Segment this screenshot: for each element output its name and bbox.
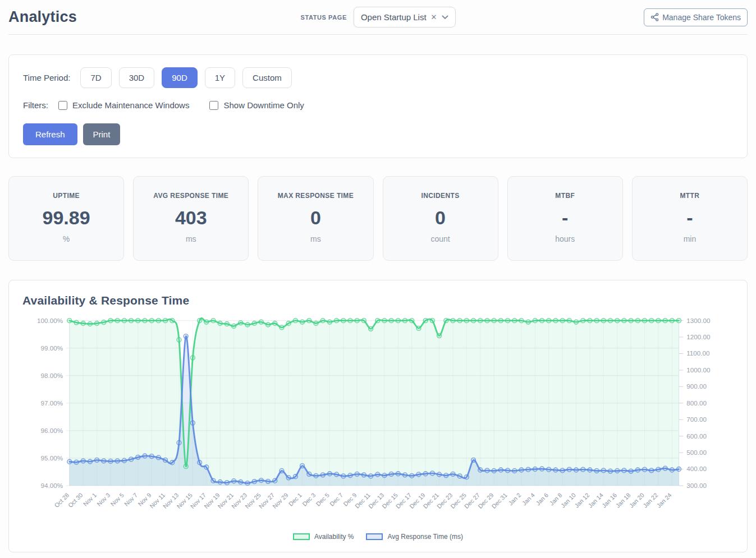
x-axis-tick-label: Nov 1	[82, 491, 98, 507]
period-button-custom[interactable]: Custom	[242, 67, 292, 88]
stat-label: MAX RESPONSE TIME	[260, 192, 370, 200]
stat-label: INCIDENTS	[386, 192, 496, 200]
show-downtime-checkbox-group: Show Downtime Only	[209, 100, 304, 110]
stat-label: AVG RESPONSE TIME	[136, 192, 246, 200]
chart-card: Availability & Response Time 100.00%99.0…	[8, 280, 748, 552]
x-axis-tick-label: Jan 18	[614, 491, 631, 509]
header: Analytics STATUS PAGE Open Startup List …	[8, 0, 748, 35]
stat-label: UPTIME	[11, 192, 121, 200]
stat-card-avg-response: AVG RESPONSE TIME 403 ms	[133, 176, 249, 261]
print-button[interactable]: Print	[83, 123, 121, 145]
header-actions: Manage Share Tokens	[644, 8, 748, 26]
right-axis-tick-label: 1200.00	[686, 333, 711, 340]
right-axis-tick-label: 1300.00	[686, 317, 711, 324]
actions-row: Refresh Print	[23, 123, 733, 145]
right-axis-tick-label: 1100.00	[686, 349, 710, 357]
exclude-maintenance-label[interactable]: Exclude Maintenance Windows	[72, 100, 189, 110]
left-axis-tick-label: 97.00%	[40, 399, 63, 407]
stat-label: MTTR	[635, 192, 745, 200]
right-axis-tick-label: 800.00	[686, 399, 707, 407]
right-axis-tick-label: 700.00	[686, 416, 707, 423]
legend-label: Availability %	[314, 533, 354, 541]
clear-selection-icon[interactable]: ✕	[430, 13, 438, 21]
stat-card-mttr: MTTR - min	[632, 176, 748, 261]
status-page-label: STATUS PAGE	[300, 14, 346, 21]
x-axis-tick-label: Oct 30	[67, 491, 84, 509]
left-axis-tick-label: 96.00%	[40, 427, 63, 434]
x-axis-tick-label: Jan 20	[628, 491, 645, 509]
x-axis-tick-label: Nov 29	[271, 491, 290, 510]
manage-share-tokens-button[interactable]: Manage Share Tokens	[644, 8, 748, 26]
stat-value: -	[510, 207, 620, 229]
stats-row: UPTIME 99.89 % AVG RESPONSE TIME 403 ms …	[8, 176, 748, 261]
left-axis-tick-label: 99.00%	[40, 344, 63, 352]
share-icon	[650, 13, 659, 21]
stat-value: 0	[386, 207, 496, 229]
status-page-selector-group: STATUS PAGE Open Startup List ✕	[300, 7, 455, 27]
left-axis-tick-label: 98.00%	[40, 372, 63, 379]
stat-card-mtbf: MTBF - hours	[507, 176, 623, 261]
x-axis-tick-label: Jan 12	[573, 491, 590, 509]
x-axis-tick-label: Jan 10	[560, 491, 577, 509]
left-axis-tick-label: 100.00%	[37, 317, 63, 324]
x-axis-tick-label: Oct 28	[53, 491, 70, 509]
chart-title: Availability & Response Time	[22, 294, 734, 307]
stat-card-max-response: MAX RESPONSE TIME 0 ms	[258, 176, 373, 261]
time-period-row: Time Period: 7D 30D 90D 1Y Custom	[23, 67, 733, 88]
availability-response-chart: 100.00%99.00%98.00%97.00%96.00%95.00%94.…	[22, 313, 734, 532]
manage-share-tokens-label: Manage Share Tokens	[662, 13, 741, 22]
stat-value: 0	[260, 207, 370, 229]
status-page-selected-value: Open Startup List	[361, 12, 427, 22]
filters-panel: Time Period: 7D 30D 90D 1Y Custom Filter…	[8, 54, 748, 158]
legend-item-response-time: Avg Response Time (ms)	[366, 533, 463, 541]
show-downtime-checkbox[interactable]	[209, 101, 218, 110]
analytics-page: Analytics STATUS PAGE Open Startup List …	[0, 0, 756, 552]
left-axis-tick-label: 94.00%	[40, 482, 63, 489]
x-axis-tick-label: Dec 7	[328, 491, 344, 507]
chart-wrap: 100.00%99.00%98.00%97.00%96.00%95.00%94.…	[22, 313, 734, 532]
filters-label: Filters:	[23, 100, 48, 110]
x-axis-tick-label: Nov 5	[109, 491, 125, 507]
refresh-button[interactable]: Refresh	[23, 123, 77, 145]
chevron-down-icon	[442, 15, 448, 20]
status-page-dropdown[interactable]: Open Startup List ✕	[354, 7, 456, 27]
stat-unit: hours	[510, 234, 620, 243]
x-axis-tick-label: Jan 4	[521, 491, 536, 506]
stat-card-incidents: INCIDENTS 0 count	[383, 176, 498, 261]
show-downtime-label[interactable]: Show Downtime Only	[223, 100, 304, 110]
right-axis-tick-label: 1000.00	[686, 366, 711, 373]
x-axis-tick-label: Jan 14	[587, 491, 604, 509]
x-axis-tick-label: Dec 31	[490, 491, 508, 510]
right-axis-tick-label: 500.00	[686, 449, 707, 456]
response-time-swatch-icon	[366, 533, 383, 540]
stat-unit: %	[11, 234, 121, 243]
filters-row: Filters: Exclude Maintenance Windows Sho…	[23, 100, 733, 110]
stat-card-uptime: UPTIME 99.89 %	[8, 176, 124, 261]
x-axis-tick-label: Jan 24	[656, 491, 673, 509]
x-axis-tick-label: Jan 16	[601, 491, 618, 509]
stat-value: -	[635, 207, 745, 229]
stat-unit: ms	[260, 234, 370, 243]
right-axis-tick-label: 400.00	[686, 465, 707, 472]
stat-unit: min	[635, 234, 745, 243]
page-title: Analytics	[8, 8, 77, 26]
stat-value: 99.89	[11, 207, 121, 229]
chart-legend: Availability % Avg Response Time (ms)	[22, 533, 734, 541]
x-axis-tick-label: Jan 2	[507, 491, 522, 506]
period-button-30d[interactable]: 30D	[119, 67, 155, 88]
x-axis-tick-label: Dec 1	[287, 491, 303, 507]
stat-value: 403	[136, 207, 246, 229]
period-button-7d[interactable]: 7D	[80, 67, 111, 88]
time-period-label: Time Period:	[23, 73, 70, 82]
x-axis-tick-label: Dec 3	[301, 491, 317, 507]
exclude-maintenance-checkbox[interactable]	[58, 101, 67, 110]
left-axis-tick-label: 95.00%	[40, 454, 63, 462]
period-button-90d[interactable]: 90D	[162, 67, 198, 88]
stat-unit: ms	[136, 234, 246, 243]
stat-unit: count	[386, 234, 496, 243]
stat-label: MTBF	[510, 192, 620, 200]
period-button-1y[interactable]: 1Y	[205, 67, 235, 88]
legend-item-availability: Availability %	[293, 533, 354, 541]
x-axis-tick-label: Nov 7	[123, 491, 139, 507]
exclude-maintenance-checkbox-group: Exclude Maintenance Windows	[58, 100, 189, 110]
